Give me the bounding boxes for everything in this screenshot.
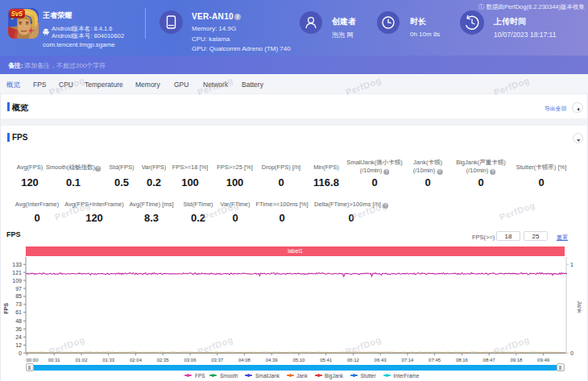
svg-text:02:04: 02:04 — [130, 358, 143, 362]
svg-text:24: 24 — [15, 334, 22, 340]
svg-text:08:47: 08:47 — [483, 358, 496, 362]
svg-text:1: 1 — [570, 262, 574, 267]
svg-text:03:37: 03:37 — [211, 358, 224, 362]
svg-text:97: 97 — [15, 286, 22, 292]
svg-text:09:18: 09:18 — [510, 358, 523, 362]
svg-text:08:16: 08:16 — [456, 358, 469, 362]
svg-text:06:43: 06:43 — [375, 358, 387, 362]
svg-text:07:14: 07:14 — [401, 358, 414, 362]
svg-text:07:45: 07:45 — [429, 358, 441, 362]
svg-text:Jank: Jank — [577, 301, 582, 313]
svg-text:05:10: 05:10 — [292, 358, 305, 362]
svg-text:01:33: 01:33 — [102, 358, 115, 362]
svg-text:00:31: 00:31 — [48, 358, 61, 362]
svg-text:FPS: FPS — [3, 303, 9, 314]
svg-text:06:12: 06:12 — [347, 358, 360, 362]
svg-text:02:35: 02:35 — [157, 358, 170, 362]
svg-text:48: 48 — [15, 318, 22, 324]
svg-text:04:08: 04:08 — [238, 358, 251, 362]
svg-text:0: 0 — [570, 350, 574, 356]
svg-text:01:02: 01:02 — [75, 358, 88, 362]
svg-text:03:06: 03:06 — [184, 358, 197, 362]
svg-text:0: 0 — [19, 350, 22, 356]
svg-text:133: 133 — [12, 262, 22, 267]
svg-text:121: 121 — [12, 270, 22, 275]
svg-text:109: 109 — [12, 278, 22, 284]
svg-text:61: 61 — [15, 309, 22, 315]
svg-text:73: 73 — [15, 301, 22, 307]
svg-text:05:41: 05:41 — [320, 358, 333, 362]
svg-text:12: 12 — [15, 342, 22, 348]
svg-text:00:00: 00:00 — [26, 358, 39, 362]
svg-text:36: 36 — [15, 326, 22, 332]
svg-text:09:49: 09:49 — [537, 358, 550, 362]
svg-text:85: 85 — [15, 293, 22, 299]
svg-text:04:39: 04:39 — [266, 358, 279, 362]
